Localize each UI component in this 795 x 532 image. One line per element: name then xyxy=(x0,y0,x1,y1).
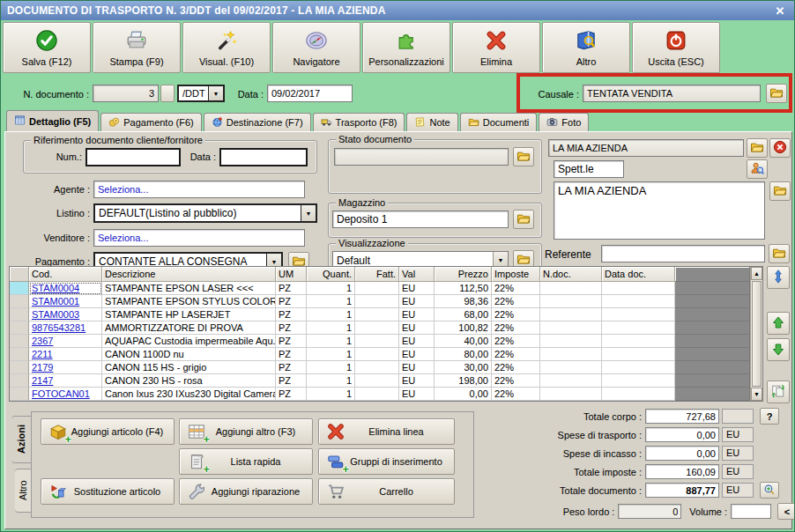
carrello-button[interactable]: Carrello xyxy=(318,478,455,505)
other-button[interactable]: Altro xyxy=(542,22,630,73)
navigator-button[interactable]: Navigatore xyxy=(272,22,360,73)
row-selector[interactable] xyxy=(10,348,29,361)
collapse-totals-button[interactable]: < xyxy=(777,503,795,520)
gruppi-inserimento-button[interactable]: + Gruppi di inserimento xyxy=(318,448,455,475)
reorder-rows-button[interactable] xyxy=(767,266,790,289)
peso-lordo-input[interactable] xyxy=(618,504,681,519)
n-documento-spin-button[interactable] xyxy=(160,85,175,102)
referente-browse-button[interactable] xyxy=(769,244,790,263)
table-row[interactable]: 2367AQUAPAC Custodia impermeabile Aqu...… xyxy=(10,335,750,348)
tab-azioni[interactable]: Azioni xyxy=(11,416,32,463)
scroll-down-icon[interactable]: ▼ xyxy=(751,388,762,401)
row-selector[interactable] xyxy=(10,321,29,335)
customizations-button[interactable]: Personalizzazioni xyxy=(362,22,450,73)
magazzino-browse-button[interactable] xyxy=(513,210,534,229)
aggiungi-altro-button[interactable]: + Aggiungi altro (F3) xyxy=(179,418,313,445)
chevron-down-icon[interactable]: ▼ xyxy=(301,205,316,221)
rif-data-input[interactable] xyxy=(219,148,308,166)
referente-input[interactable] xyxy=(601,245,765,262)
doc-type-combo[interactable]: /DDT ▼ xyxy=(177,85,225,102)
sostituzione-articolo-button[interactable]: Sostituzione articolo xyxy=(41,478,175,505)
table-row[interactable]: STAM0001STAMPANTE EPSON STYLUS COLOR C..… xyxy=(10,295,750,308)
spese-trasporto-input[interactable] xyxy=(645,427,719,442)
preview-button[interactable]: Visual. (F10) xyxy=(182,22,271,73)
item-code-link[interactable]: 2147 xyxy=(32,375,53,386)
num-input[interactable] xyxy=(85,148,181,166)
header-ndoc[interactable]: N.doc. xyxy=(540,267,602,282)
header-datadoc[interactable]: Data doc. xyxy=(602,267,675,282)
refresh-grid-button[interactable] xyxy=(767,381,790,403)
header-um[interactable]: UM xyxy=(276,267,307,282)
spese-incasso-input[interactable] xyxy=(645,446,719,461)
elimina-linea-button[interactable]: Elimina linea xyxy=(318,418,455,445)
grid-vertical-scrollbar[interactable]: ▲ ▼ xyxy=(750,267,762,401)
tab-pagamento[interactable]: Pagamento (F6) xyxy=(100,113,201,131)
tab-foto[interactable]: Foto xyxy=(539,113,589,131)
azienda-clear-button[interactable] xyxy=(769,138,791,158)
header-imposte[interactable]: Imposte xyxy=(492,267,540,282)
move-row-down-button[interactable] xyxy=(767,338,790,361)
aggiungi-riparazione-button[interactable]: Aggiungi riparazione xyxy=(179,478,313,505)
row-selector[interactable] xyxy=(10,335,29,348)
scroll-up-icon[interactable]: ▲ xyxy=(751,267,762,280)
zoom-totals-button[interactable] xyxy=(760,482,779,499)
row-selector[interactable] xyxy=(10,295,29,308)
magazzino-input[interactable] xyxy=(332,211,509,228)
table-row[interactable]: 2179CANON 115 HS - grigioPZ1EU30,0022% xyxy=(10,361,750,374)
table-row[interactable]: 2211CANON 1100D nuPZ1EU80,0022% xyxy=(10,348,750,361)
row-selector[interactable] xyxy=(10,361,29,374)
totale-corpo-input[interactable] xyxy=(645,409,719,424)
item-code-link[interactable]: 2211 xyxy=(32,349,53,359)
header-descrizione[interactable]: Descrizione xyxy=(102,267,276,282)
table-row[interactable]: STAM0003STAMPANTE HP LASERJETPZ1EU68,002… xyxy=(10,308,750,321)
move-row-up-button[interactable] xyxy=(767,312,790,335)
table-row[interactable]: 2147CANON 230 HS - rosaPZ1EU198,0022% xyxy=(10,374,750,388)
totale-imposte-input[interactable] xyxy=(645,464,719,479)
row-selector[interactable] xyxy=(10,374,29,388)
azienda-input[interactable] xyxy=(548,139,744,157)
indirizzo-textarea[interactable]: LA MIA AZIENDA xyxy=(554,181,765,240)
scrollbar-thumb[interactable] xyxy=(752,281,762,387)
item-code-link[interactable]: STAM0003 xyxy=(32,309,79,320)
print-button[interactable]: Stampa (F9) xyxy=(93,22,181,73)
row-selector[interactable] xyxy=(10,282,29,295)
chevron-down-icon[interactable]: ▼ xyxy=(208,86,223,100)
table-row[interactable]: 9876543281AMMORTIZZATORE DI PROVAPZ1EU10… xyxy=(10,321,750,335)
row-selector[interactable] xyxy=(10,388,29,401)
data-input[interactable] xyxy=(267,85,353,102)
item-code-link[interactable]: FOTOCAN01 xyxy=(32,388,90,399)
item-code-link[interactable]: 9876543281 xyxy=(32,322,85,333)
item-code-link[interactable]: 2367 xyxy=(32,336,53,346)
header-prezzo[interactable]: Prezzo xyxy=(435,267,492,282)
titolo-input[interactable] xyxy=(554,160,624,178)
n-documento-input[interactable] xyxy=(93,85,159,102)
volume-input[interactable] xyxy=(731,504,771,519)
indirizzo-browse-button[interactable] xyxy=(769,181,791,201)
tab-note[interactable]: Note xyxy=(406,113,457,131)
stato-input[interactable] xyxy=(334,148,509,166)
lista-rapida-button[interactable]: + Lista rapida xyxy=(179,448,313,475)
agente-input[interactable] xyxy=(93,181,305,198)
azienda-browse-button[interactable] xyxy=(747,138,768,158)
tab-destinazione[interactable]: Destinazione (F7) xyxy=(204,113,311,131)
listino-combo[interactable]: DEFAULT(Listino al pubblico) ▼ xyxy=(93,203,317,223)
save-button[interactable]: Salva (F12) xyxy=(3,22,91,73)
close-icon[interactable]: ✕ xyxy=(772,4,788,18)
totale-documento-input[interactable] xyxy=(645,483,719,498)
exit-button[interactable]: Uscita (ESC) xyxy=(632,22,720,73)
item-code-link[interactable]: 2179 xyxy=(32,362,53,373)
header-cod[interactable]: Cod. xyxy=(29,267,102,282)
venditore-input[interactable] xyxy=(93,229,305,247)
tab-altro[interactable]: Altro xyxy=(15,469,32,513)
stato-browse-button[interactable] xyxy=(513,147,534,166)
item-code-link[interactable]: STAM0004 xyxy=(32,283,79,293)
tab-dettaglio[interactable]: Dettaglio (F5) xyxy=(6,110,99,131)
row-selector[interactable] xyxy=(10,308,29,321)
cerca-cliente-button[interactable] xyxy=(747,159,768,179)
tab-documenti[interactable]: Documenti xyxy=(460,113,538,131)
tab-trasporto[interactable]: Trasporto (F8) xyxy=(313,113,405,131)
help-button[interactable]: ? xyxy=(760,408,779,425)
table-row[interactable]: FOTOCAN01Canon Ixus 230 IXus230 Digital … xyxy=(10,388,750,401)
header-quant[interactable]: Quant. xyxy=(307,267,355,282)
delete-button[interactable]: Elimina xyxy=(452,22,540,73)
